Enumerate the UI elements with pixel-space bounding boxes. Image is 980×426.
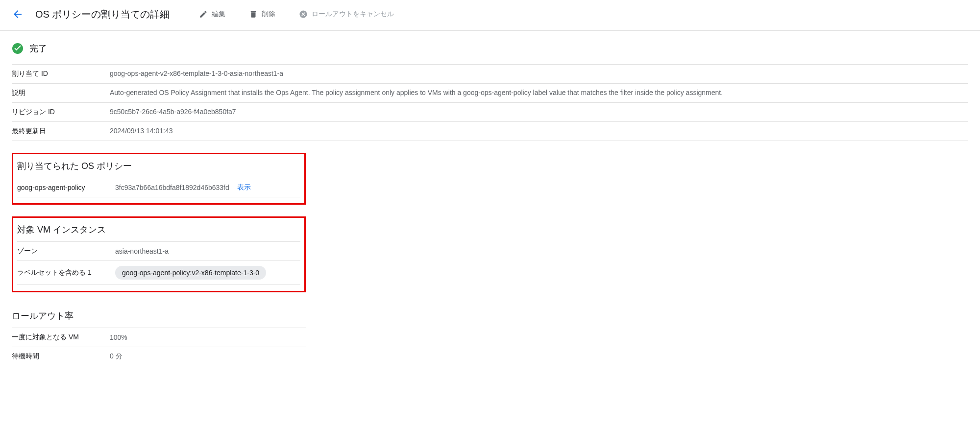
success-icon bbox=[12, 43, 24, 54]
wait-time-value: 0 分 bbox=[110, 347, 306, 366]
rollout-title: ロールアウト率 bbox=[12, 306, 306, 322]
labelset-chip: goog-ops-agent-policy:v2-x86-template-1-… bbox=[115, 266, 266, 280]
vm-at-once-value: 100% bbox=[110, 328, 306, 347]
revision-id-label: リビジョン ID bbox=[12, 103, 110, 122]
cancel-rollout-button: ロールアウトをキャンセル bbox=[293, 6, 400, 23]
content-area: 完了 割り当て ID goog-ops-agent-v2-x86-templat… bbox=[0, 31, 980, 378]
policy-row: goog-ops-agent-policy 3fc93a7b66a16bdfa8… bbox=[17, 178, 300, 197]
description-label: 説明 bbox=[12, 84, 110, 103]
target-vm-title: 対象 VM インスタンス bbox=[17, 220, 300, 236]
assignment-id-row: 割り当て ID goog-ops-agent-v2-x86-template-1… bbox=[12, 65, 968, 84]
rollout-table: 一度に対象となる VM 100% 待機時間 0 分 bbox=[12, 328, 306, 366]
delete-icon bbox=[249, 10, 258, 19]
page-header: OS ポリシーの割り当ての詳細 編集 削除 ロールアウトをキャンセル bbox=[0, 0, 980, 31]
labelset-label: ラベルセットを含める 1 bbox=[17, 261, 115, 285]
last-updated-label: 最終更新日 bbox=[12, 122, 110, 141]
assignment-id-label: 割り当て ID bbox=[12, 65, 110, 84]
status-text: 完了 bbox=[29, 43, 47, 54]
last-updated-value: 2024/09/13 14:01:43 bbox=[110, 122, 968, 141]
revision-id-row: リビジョン ID 9c50c5b7-26c6-4a5b-a926-f4a0eb8… bbox=[12, 103, 968, 122]
status-row: 完了 bbox=[12, 43, 968, 54]
rollout-section: ロールアウト率 一度に対象となる VM 100% 待機時間 0 分 bbox=[12, 306, 306, 366]
edit-button[interactable]: 編集 bbox=[193, 6, 231, 23]
page-title: OS ポリシーの割り当ての詳細 bbox=[35, 8, 170, 21]
description-value: Auto-generated OS Policy Assignment that… bbox=[110, 84, 968, 103]
policy-name: goog-ops-agent-policy bbox=[17, 184, 115, 191]
wait-time-label: 待機時間 bbox=[12, 347, 110, 366]
policy-hash: 3fc93a7b66a16bdfa8f1892d46b633fd bbox=[115, 184, 229, 191]
zone-row: ゾーン asia-northeast1-a bbox=[17, 242, 300, 261]
edit-icon bbox=[199, 10, 208, 19]
revision-id-value: 9c50c5b7-26c6-4a5b-a926-f4a0eb850fa7 bbox=[110, 103, 968, 122]
back-button[interactable] bbox=[12, 8, 24, 20]
assigned-policies-title: 割り当てられた OS ポリシー bbox=[17, 156, 300, 172]
labelset-row: ラベルセットを含める 1 goog-ops-agent-policy:v2-x8… bbox=[17, 261, 300, 285]
cancel-label: ロールアウトをキャンセル bbox=[312, 10, 394, 19]
vm-at-once-row: 一度に対象となる VM 100% bbox=[12, 328, 306, 347]
details-table: 割り当て ID goog-ops-agent-v2-x86-template-1… bbox=[12, 64, 968, 141]
delete-label: 削除 bbox=[262, 10, 275, 19]
description-row: 説明 Auto-generated OS Policy Assignment t… bbox=[12, 84, 968, 103]
back-arrow-icon bbox=[12, 8, 24, 20]
target-vm-section: 対象 VM インスタンス ゾーン asia-northeast1-a ラベルセッ… bbox=[12, 216, 306, 292]
vm-at-once-label: 一度に対象となる VM bbox=[12, 328, 110, 347]
delete-button[interactable]: 削除 bbox=[243, 6, 281, 23]
assignment-id-value: goog-ops-agent-v2-x86-template-1-3-0-asi… bbox=[110, 65, 968, 84]
labelset-value: goog-ops-agent-policy:v2-x86-template-1-… bbox=[115, 261, 300, 285]
edit-label: 編集 bbox=[212, 10, 225, 19]
policy-show-link[interactable]: 表示 bbox=[237, 183, 251, 192]
cancel-icon bbox=[299, 10, 308, 19]
wait-time-row: 待機時間 0 分 bbox=[12, 347, 306, 366]
last-updated-row: 最終更新日 2024/09/13 14:01:43 bbox=[12, 122, 968, 141]
assigned-policies-section: 割り当てられた OS ポリシー goog-ops-agent-policy 3f… bbox=[12, 153, 306, 205]
vm-table: ゾーン asia-northeast1-a ラベルセットを含める 1 goog-… bbox=[17, 241, 300, 285]
zone-label: ゾーン bbox=[17, 242, 115, 261]
zone-value: asia-northeast1-a bbox=[115, 242, 300, 261]
